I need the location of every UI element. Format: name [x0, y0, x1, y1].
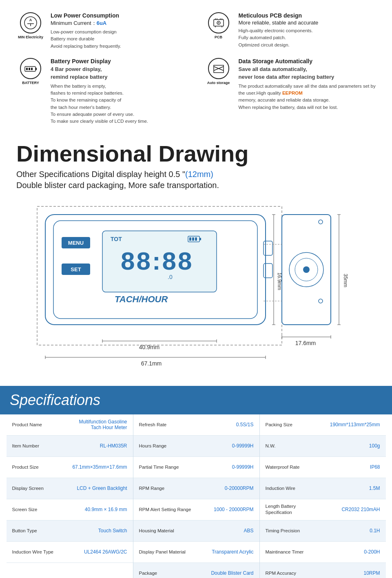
specs-grid: Product Name Multifunction GasolineTach …	[7, 414, 386, 578]
spec-row-housing-material: Housing Material ABS	[133, 520, 259, 542]
svg-text:MENU: MENU	[68, 240, 83, 246]
feature-icon-low-power: A MIN Electricity	[16, 12, 45, 39]
dimensional-section: Dimensional Drawing Other Specifications…	[0, 133, 392, 386]
specs-col-1: Product Name Multifunction GasolineTach …	[7, 414, 133, 578]
feature-body-battery: When the battery is empty,flashes to rem…	[51, 83, 148, 125]
svg-text:TACH/HOUR: TACH/HOUR	[115, 294, 168, 304]
spec-label-partial-time: Partial Time Range	[139, 464, 179, 470]
spec-label-induction-wire-type: Induction Wire Type	[12, 549, 53, 555]
spec-value-product-size: 67.1mm×35mm×17.6mm	[72, 464, 127, 470]
spec-label-rpm-alert: RPM Alert Setting Range	[139, 507, 191, 513]
spec-value-button-type: Touch Switch	[98, 528, 127, 534]
feature-subtitle-battery: 4 Bar power display,remind replace batte…	[51, 65, 148, 81]
spec-label-packing-size: Packing Size	[266, 422, 292, 428]
specs-col-2: Refresh Rate 0.5S/1S Hours Range 0-99999…	[133, 414, 259, 578]
feature-text-low-power: Low Power Consumption Minimum Current：6u…	[51, 12, 121, 50]
spec-label-induction-wire: Induction Wire	[266, 485, 296, 492]
svg-text:67.1mm: 67.1mm	[141, 360, 162, 367]
spec-value-screen-size: 40.9mm × 16.9 mm	[85, 507, 127, 512]
spec-value-package: Double Blister Card	[211, 570, 253, 576]
spec-value-rpm-alert: 1000 - 20000RPM	[214, 507, 253, 512]
blister-text: Double blister card packaging, More safe…	[16, 181, 376, 190]
specs-col-3: Packing Size 190mm*113mm*25mm N.W. 100g …	[259, 414, 386, 578]
svg-point-12	[218, 22, 219, 24]
svg-text:35mm: 35mm	[343, 274, 348, 287]
spec-row-nw: N.W. 100g	[260, 436, 386, 457]
specs-section: Specifications Product Name Multifunctio…	[0, 386, 392, 578]
spec-value-refresh-rate: 0.5S/1S	[236, 422, 254, 427]
spec-row-maintinance-timer: Maintinance Timer 0-200H	[260, 542, 386, 563]
electricity-icon: A	[20, 12, 41, 33]
feature-text-battery: Battery Power Display 4 Bar power displa…	[51, 58, 148, 125]
spec-row-induction-wire-type: Induction Wire Type UL2464 26AWG/2C	[7, 542, 133, 563]
spec-row-product-size: Product Size 67.1mm×35mm×17.6mm	[7, 457, 133, 478]
svg-text:88:88: 88:88	[121, 247, 194, 275]
spec-row-waterproof: Waterproof Rate IP68	[260, 457, 386, 478]
spec-label-nw: N.W.	[266, 443, 276, 449]
other-spec: Other Specifications Digital display hei…	[16, 170, 376, 179]
spec-value-nw: 100g	[369, 443, 380, 449]
spec-value-induction-wire-type: UL2464 26AWG/2C	[84, 549, 127, 555]
spec-value-maintinance-timer: 0-200H	[364, 549, 380, 555]
spec-label-package: Package	[139, 570, 157, 576]
spec-label-display-screen: Display Screen	[12, 485, 44, 492]
spec-label-rpm-range: RPM Range	[139, 485, 165, 492]
feature-pcb: PCB Meticulous PCB design More reliable,…	[204, 12, 376, 50]
spec-label-waterproof: Waterproof Rate	[266, 464, 300, 470]
feature-body-pcb: High-quality electronic components.Fully…	[239, 27, 319, 49]
spec-value-timing-precision: 0.1H	[370, 528, 380, 534]
spec-value-item-number: RL-HM035R	[100, 443, 127, 449]
spec-row-item-number: Item Number RL-HM035R	[7, 436, 133, 457]
spec-value-display-screen: LCD + Green Backlight	[77, 485, 127, 491]
feature-subtitle-storage: Save all data automatically,never lose d…	[239, 65, 376, 81]
svg-rect-30	[195, 237, 197, 241]
spec-row-rpm-alert: RPM Alert Setting Range 1000 - 20000RPM	[133, 499, 259, 520]
feature-title-storage: Data Storage Automatically	[239, 58, 376, 64]
svg-text:SET: SET	[71, 266, 81, 272]
spec-value-battery-spec: CR2032 210mAH	[341, 507, 380, 512]
spec-value-hours-range: 0-99999H	[232, 443, 254, 449]
spec-value-packing-size: 190mm*113mm*25mm	[330, 422, 380, 427]
spec-label-product-size: Product Size	[12, 464, 39, 470]
svg-rect-18	[214, 65, 224, 73]
feature-body-low-power: Low-power consumption designBattery more…	[51, 29, 121, 50]
spec-label-rpm-accuracy: RPM Accuracy	[266, 570, 296, 576]
specs-table: Product Name Multifunction GasolineTach …	[0, 414, 392, 578]
feature-title-pcb: Meticulous PCB design	[239, 12, 319, 19]
spec-row-packing-size: Packing Size 190mm*113mm*25mm	[260, 414, 386, 436]
spec-label-display-panel: Display Panel Material	[139, 549, 186, 555]
spec-row-screen-size: Screen Size 40.9mm × 16.9 mm	[7, 499, 133, 520]
spec-value-partial-time: 0-99999H	[232, 464, 254, 470]
spec-value-product-name: Multifunction GasolineTach Hour Meter	[79, 419, 127, 430]
spec-label-timing-precision: Timing Precision	[266, 528, 300, 534]
feature-subtitle-low-power: Minimum Current：6uA	[51, 20, 121, 27]
svg-rect-27	[199, 238, 201, 240]
spec-value-housing-material: ABS	[244, 528, 253, 534]
feature-title-low-power: Low Power Consumption	[51, 12, 121, 19]
feature-icon-storage: Auto storage	[204, 58, 233, 85]
spec-label-refresh-rate: Refresh Rate	[139, 422, 167, 428]
feature-text-storage: Data Storage Automatically Save all data…	[239, 58, 376, 111]
spec-label-hours-range: Hours Range	[139, 443, 167, 449]
spec-row-display-panel: Display Panel Material Transparent Acryl…	[133, 542, 259, 563]
svg-text:A: A	[29, 18, 32, 22]
spec-row-display-screen: Display Screen LCD + Green Backlight	[7, 478, 133, 499]
battery-label: BATTERY	[22, 81, 39, 85]
svg-text:.0: .0	[168, 274, 173, 280]
svg-point-43	[303, 266, 310, 273]
svg-text:40.9mm: 40.9mm	[139, 344, 159, 350]
spec-row-battery-spec: Length Battery Specification CR2032 210m…	[260, 499, 386, 520]
features-section: A MIN Electricity Low Power Consumption …	[0, 0, 392, 133]
feature-battery: BATTERY Battery Power Display 4 Bar powe…	[16, 58, 188, 125]
svg-text:17.6mm: 17.6mm	[295, 340, 316, 346]
spec-label-button-type: Button Type	[12, 528, 37, 534]
pcb-label: PCB	[215, 35, 222, 39]
feature-title-battery: Battery Power Display	[51, 58, 148, 64]
spec-value-rpm-range: 0-20000RPM	[225, 485, 254, 491]
storage-icon	[208, 58, 229, 79]
spec-row-timing-precision: Timing Precision 0.1H	[260, 520, 386, 542]
svg-rect-14	[35, 68, 37, 70]
svg-text:16.9mm: 16.9mm	[277, 272, 282, 290]
electricity-label: MIN Electricity	[18, 35, 43, 39]
spec-row-partial-time: Partial Time Range 0-99999H	[133, 457, 259, 478]
